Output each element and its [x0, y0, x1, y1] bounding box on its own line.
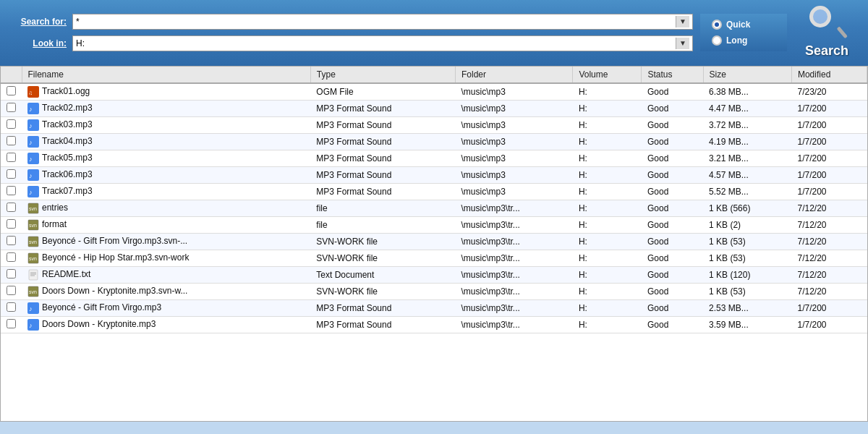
- table-row[interactable]: svnBeyoncé - Gift From Virgo.mp3.svn-...…: [1, 234, 867, 250]
- row-volume: H:: [573, 83, 642, 101]
- row-checkbox[interactable]: [1, 284, 22, 300]
- filename-header[interactable]: Filename: [22, 67, 310, 83]
- row-filename: ♪Track06.mp3: [22, 167, 310, 184]
- table-row[interactable]: ♪Track03.mp3MP3 Format Sound\music\mp3H:…: [1, 117, 867, 134]
- row-volume: H:: [573, 150, 642, 167]
- row-folder: \music\mp3\tr...: [456, 317, 573, 333]
- row-filename: svnformat: [22, 217, 310, 234]
- row-status: Good: [642, 200, 703, 217]
- row-modified: 7/12/20: [791, 200, 867, 217]
- file-icon: svn: [27, 236, 39, 247]
- table-row[interactable]: ♪Track04.mp3MP3 Format Sound\music\mp3H:…: [1, 134, 867, 150]
- row-filename: svnBeyoncé - Gift From Virgo.mp3.svn-...: [22, 234, 310, 250]
- row-filename: ♪Beyoncé - Gift From Virgo.mp3: [22, 300, 310, 317]
- svg-text:♪: ♪: [29, 322, 33, 329]
- row-volume: H:: [573, 300, 642, 317]
- table-row[interactable]: svnBeyoncé - Hip Hop Star.mp3.svn-workSV…: [1, 250, 867, 267]
- row-folder: \music\mp3: [456, 117, 573, 134]
- row-filename: svnentries: [22, 200, 310, 217]
- row-modified: 7/12/20: [791, 267, 867, 284]
- table-row[interactable]: svnentriesfile\music\mp3\tr...H:Good1 KB…: [1, 200, 867, 217]
- row-modified: 1/7/200: [791, 167, 867, 184]
- row-checkbox[interactable]: [1, 83, 22, 101]
- table-row[interactable]: ♪Track06.mp3MP3 Format Sound\music\mp3H:…: [1, 167, 867, 184]
- row-filename: README.txt: [22, 267, 310, 284]
- look-in-value: H:: [76, 38, 676, 48]
- volume-header[interactable]: Volume: [573, 67, 642, 83]
- look-in-input[interactable]: H: ▼: [72, 35, 693, 51]
- search-button-panel[interactable]: Search: [794, 6, 859, 59]
- row-size: 3.21 MB...: [703, 150, 791, 167]
- table-row[interactable]: ♪Track02.mp3MP3 Format Sound\music\mp3H:…: [1, 101, 867, 117]
- table-row[interactable]: svnDoors Down - Kryptonite.mp3.svn-w...S…: [1, 284, 867, 300]
- row-size: 1 KB (53): [703, 234, 791, 250]
- look-in-dropdown-arrow[interactable]: ▼: [676, 38, 689, 49]
- row-folder: \music\mp3: [456, 150, 573, 167]
- row-checkbox[interactable]: [1, 234, 22, 250]
- row-checkbox[interactable]: [1, 134, 22, 150]
- row-checkbox[interactable]: [1, 267, 22, 284]
- row-type: SVN-WORK file: [310, 284, 455, 300]
- row-checkbox[interactable]: [1, 300, 22, 317]
- row-type: MP3 Format Sound: [310, 184, 455, 200]
- file-icon: ♪: [27, 103, 39, 114]
- row-modified: 1/7/200: [791, 150, 867, 167]
- modified-header[interactable]: Modified: [791, 67, 867, 83]
- svg-text:svn: svn: [29, 256, 37, 261]
- table-row[interactable]: ♪Doors Down - Kryptonite.mp3MP3 Format S…: [1, 317, 867, 333]
- table-row[interactable]: svnformatfile\music\mp3\tr...H:Good1 KB …: [1, 217, 867, 234]
- status-header[interactable]: Status: [642, 67, 703, 83]
- row-modified: 1/7/200: [791, 134, 867, 150]
- row-checkbox[interactable]: [1, 317, 22, 333]
- search-for-dropdown-arrow[interactable]: ▼: [676, 16, 689, 27]
- row-volume: H:: [573, 250, 642, 267]
- row-checkbox[interactable]: [1, 250, 22, 267]
- table-row[interactable]: ♪Track07.mp3MP3 Format Sound\music\mp3H:…: [1, 184, 867, 200]
- table-row[interactable]: ♫Track01.oggOGM File\music\mp3H:Good6.38…: [1, 83, 867, 101]
- row-folder: \music\mp3\tr...: [456, 250, 573, 267]
- row-folder: \music\mp3\tr...: [456, 217, 573, 234]
- long-radio-row[interactable]: Long: [712, 35, 775, 46]
- row-volume: H:: [573, 134, 642, 150]
- file-icon: ♫: [27, 86, 39, 98]
- table-row[interactable]: ♪Beyoncé - Gift From Virgo.mp3MP3 Format…: [1, 300, 867, 317]
- size-header[interactable]: Size: [703, 67, 791, 83]
- row-type: MP3 Format Sound: [310, 300, 455, 317]
- row-size: 4.57 MB...: [703, 167, 791, 184]
- row-folder: \music\mp3: [456, 167, 573, 184]
- row-checkbox[interactable]: [1, 101, 22, 117]
- row-type: SVN-WORK file: [310, 250, 455, 267]
- file-icon: svn: [27, 252, 39, 264]
- row-size: 3.59 MB...: [703, 317, 791, 333]
- row-modified: 1/7/200: [791, 184, 867, 200]
- type-header[interactable]: Type: [310, 67, 455, 83]
- row-status: Good: [642, 234, 703, 250]
- row-checkbox[interactable]: [1, 150, 22, 167]
- row-checkbox[interactable]: [1, 184, 22, 200]
- table-row[interactable]: ♪Track05.mp3MP3 Format Sound\music\mp3H:…: [1, 150, 867, 167]
- search-for-input[interactable]: * ▼: [72, 14, 693, 30]
- row-status: Good: [642, 284, 703, 300]
- folder-header[interactable]: Folder: [456, 67, 573, 83]
- table-row[interactable]: README.txtText Document\music\mp3\tr...H…: [1, 267, 867, 284]
- search-for-value: *: [76, 17, 676, 27]
- quick-radio-button[interactable]: [712, 20, 722, 30]
- row-type: MP3 Format Sound: [310, 317, 455, 333]
- long-radio-button[interactable]: [712, 35, 722, 46]
- row-volume: H:: [573, 200, 642, 217]
- row-filename: ♫Track01.ogg: [22, 83, 310, 101]
- file-icon: ♪: [27, 319, 39, 331]
- row-checkbox[interactable]: [1, 200, 22, 217]
- row-modified: 7/12/20: [791, 234, 867, 250]
- row-checkbox[interactable]: [1, 217, 22, 234]
- svg-text:svn: svn: [29, 289, 37, 294]
- quick-radio-row[interactable]: Quick: [712, 20, 775, 30]
- search-button-label[interactable]: Search: [805, 43, 848, 59]
- file-icon: ♪: [27, 153, 39, 164]
- row-checkbox[interactable]: [1, 167, 22, 184]
- row-checkbox[interactable]: [1, 117, 22, 134]
- svg-text:♪: ♪: [29, 106, 33, 113]
- row-folder: \music\mp3\tr...: [456, 267, 573, 284]
- long-label: Long: [726, 35, 747, 46]
- row-filename: ♪Track04.mp3: [22, 134, 310, 150]
